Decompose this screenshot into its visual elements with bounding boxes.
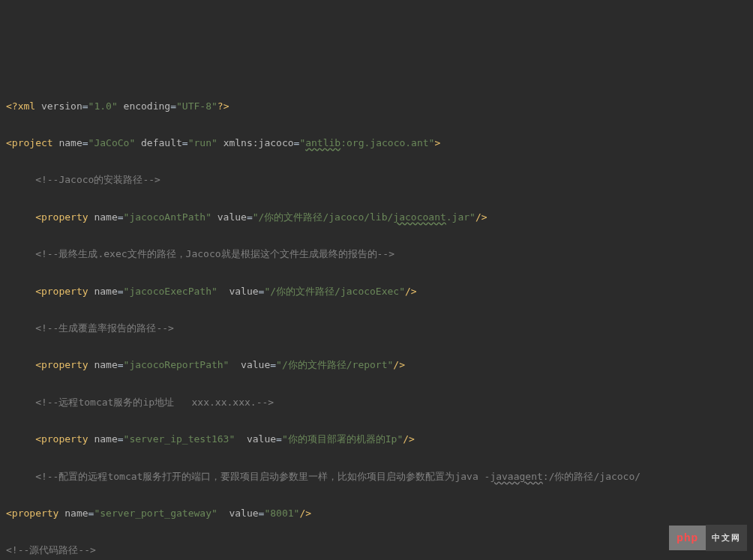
code-line: <property name="server_ip_test163" value… (6, 430, 748, 449)
code-line: <property name="jacocoExecPath" value="/… (6, 283, 748, 301)
watermark: php中文网 (669, 525, 747, 551)
code-line: <!--远程tomcat服务的ip地址 xxx.xx.xxx.--> (6, 394, 748, 412)
code-line: <project name="JaCoCo" default="run" xml… (6, 134, 748, 153)
code-line: <property name="jacocoAntPath" value="/你… (6, 208, 748, 227)
code-line: <!--配置的远程tomcat服务打开的端口，要跟项目启动参数里一样，比如你项目… (6, 468, 748, 487)
code-line: <property name="server_port_gateway" val… (6, 505, 748, 523)
code-line: <?xml version="1.0" encoding="UTF-8"?> (6, 97, 748, 116)
code-line: <property name="jacocoReportPath" value=… (6, 356, 748, 375)
watermark-left: php (669, 526, 706, 550)
code-line: <!--最终生成.exec文件的路径，Jacoco就是根据这个文件生成最终的报告… (6, 245, 748, 264)
code-line: <!--Jacoco的安装路径--> (6, 171, 748, 190)
code-line: <!--生成覆盖率报告的路径--> (6, 319, 748, 338)
code-line: <!--源代码路径--> (6, 541, 748, 560)
code-editor[interactable]: <?xml version="1.0" encoding="UTF-8"?> <… (6, 79, 748, 560)
watermark-right: 中文网 (706, 525, 747, 551)
